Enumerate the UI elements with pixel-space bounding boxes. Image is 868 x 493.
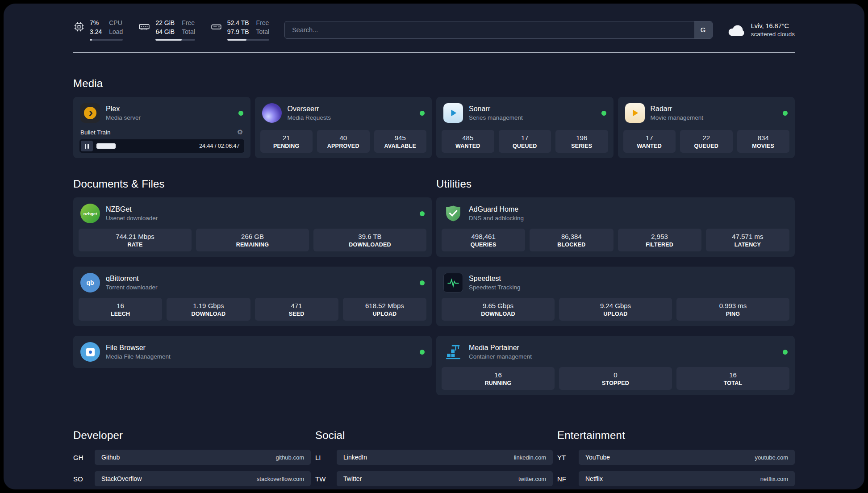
stat-label: PING xyxy=(678,311,788,317)
developer-bookmarks: Developer GH Github github.com SO StackO… xyxy=(73,429,311,489)
stat-label: MOVIES xyxy=(739,143,788,149)
gear-icon[interactable]: ⚙ xyxy=(237,128,243,136)
playback-progress-fill xyxy=(96,143,116,149)
stat-tile: 17 QUEUED xyxy=(499,130,551,153)
app-name: AdGuard Home xyxy=(469,205,524,213)
stat-value: 498,461 xyxy=(443,233,523,240)
bookmark-abbr: LI xyxy=(315,454,337,461)
stat-tile: 47.571 ms LATENCY xyxy=(706,229,789,251)
app-subtitle: Media File Management xyxy=(106,353,171,360)
bookmark-url: stackoverflow.com xyxy=(257,476,304,482)
portainer-app-link[interactable]: Media Portainer Container management xyxy=(436,336,795,367)
status-dot xyxy=(420,111,425,116)
app-subtitle: Torrent downloader xyxy=(106,284,158,291)
disk-total: 97.9 TB xyxy=(227,28,249,37)
status-dot xyxy=(601,111,606,116)
social-section-title: Social xyxy=(315,429,553,442)
stat-label: REMAINING xyxy=(198,242,307,248)
bookmark-abbr: NF xyxy=(557,475,579,483)
stat-value: 196 xyxy=(557,134,606,142)
app-name: Overseerr xyxy=(288,105,331,113)
speedtest-app-link[interactable]: Speedtest Speedtest Tracking xyxy=(436,267,795,298)
stat-value: 16 xyxy=(80,302,160,309)
developer-section-title: Developer xyxy=(73,429,311,442)
bookmark-link-github[interactable]: Github github.com xyxy=(95,450,311,465)
stat-tile: 498,461 QUERIES xyxy=(442,229,525,251)
bookmark-link-youtube[interactable]: YouTube youtube.com xyxy=(579,450,795,465)
bookmark-row: TW Twitter twitter.com xyxy=(315,471,553,486)
qbittorrent-icon-text: qb xyxy=(86,279,94,286)
stat-value: 16 xyxy=(443,371,553,379)
filebrowser-app-link[interactable]: File Browser Media File Management xyxy=(73,336,432,367)
disk-progress-bar xyxy=(227,39,269,41)
stat-label: DOWNLOAD xyxy=(443,311,553,317)
stat-tile: 9.24 Gbps UPLOAD xyxy=(559,298,672,321)
stat-value: 2,953 xyxy=(620,233,700,240)
stat-label: WANTED xyxy=(625,143,674,149)
stat-value: 266 GB xyxy=(198,233,307,240)
top-bar: 7% 3.24 CPU Load xyxy=(73,19,795,41)
media-section: Media Plex Media server xyxy=(73,77,795,158)
playback-strip: 24:44 / 02:06:47 xyxy=(79,139,244,153)
stat-value: 86,384 xyxy=(531,233,611,240)
ram-progress-bar xyxy=(155,39,195,41)
search-engine-button[interactable]: G xyxy=(694,21,712,38)
bookmark-link-netflix[interactable]: Netflix netflix.com xyxy=(579,471,795,486)
radarr-app-link[interactable]: Radarr Movie management xyxy=(618,97,795,128)
bookmark-link-twitter[interactable]: Twitter twitter.com xyxy=(337,471,553,486)
stat-tile: 0 STOPPED xyxy=(559,367,672,390)
qbittorrent-app-link[interactable]: qb qBittorrent Torrent downloader xyxy=(73,267,432,298)
stat-value: 834 xyxy=(739,134,788,142)
plex-app-link[interactable]: Plex Media server xyxy=(73,97,250,128)
bookmark-name: Netflix xyxy=(585,475,603,482)
bookmark-link-linkedin[interactable]: LinkedIn linkedin.com xyxy=(337,450,553,465)
bookmark-abbr: SO xyxy=(73,475,95,483)
playback-progress xyxy=(96,143,196,149)
overseerr-app-link[interactable]: Overseerr Media Requests xyxy=(255,97,432,128)
ram-free-label: Free xyxy=(182,19,195,28)
adguard-stats: 498,461 QUERIES 86,384 BLOCKED 2,953 FIL… xyxy=(436,229,795,257)
app-subtitle: Usenet downloader xyxy=(106,215,158,221)
stat-value: 9.24 Gbps xyxy=(561,302,670,309)
stat-value: 17 xyxy=(625,134,674,142)
media-section-title: Media xyxy=(73,77,795,90)
nzbget-stats: 744.21 Mbps RATE 266 GB REMAINING 39.6 T… xyxy=(73,229,432,257)
radarr-stats: 17 WANTED 22 QUEUED 834 MOVIES xyxy=(618,130,795,158)
stat-tile: 266 GB REMAINING xyxy=(196,229,309,251)
stat-tile: 22 QUEUED xyxy=(680,130,733,153)
weather-condition: scattered clouds xyxy=(751,31,795,38)
utilities-section: Utilities xyxy=(436,178,795,395)
app-subtitle: Media Requests xyxy=(288,114,331,121)
app-subtitle: Speedtest Tracking xyxy=(469,284,521,291)
adguard-app-link[interactable]: AdGuard Home DNS and adblocking xyxy=(436,197,795,229)
radarr-icon xyxy=(625,103,645,123)
qbittorrent-stats: 16 LEECH 1.19 Gbps DOWNLOAD 471 SEED 6 xyxy=(73,298,432,326)
app-name: File Browser xyxy=(106,344,171,352)
portainer-stats: 16 RUNNING 0 STOPPED 16 TOTAL xyxy=(436,367,795,395)
bookmark-link-stackoverflow[interactable]: StackOverflow stackoverflow.com xyxy=(95,471,311,486)
stat-tile: 0.993 ms PING xyxy=(676,298,789,321)
playback-time: 24:44 / 02:06:47 xyxy=(199,143,239,149)
sonarr-card: Sonarr Series management 485 WANTED 17 Q… xyxy=(436,97,613,158)
stat-value: 39.6 TB xyxy=(315,233,425,240)
sonarr-app-link[interactable]: Sonarr Series management xyxy=(436,97,613,128)
search-bar: G xyxy=(284,21,713,39)
cloud-icon xyxy=(728,23,746,37)
stat-value: 9.65 Gbps xyxy=(443,302,553,309)
search-input[interactable] xyxy=(284,21,713,39)
stat-tile: 945 AVAILABLE xyxy=(374,130,427,153)
pause-button[interactable] xyxy=(81,141,93,151)
overseerr-icon xyxy=(262,103,282,123)
app-subtitle: Container management xyxy=(469,353,532,360)
radarr-card: Radarr Movie management 17 WANTED 22 QUE… xyxy=(618,97,795,158)
bookmark-name: StackOverflow xyxy=(101,475,142,482)
bookmark-row: SO StackOverflow stackoverflow.com xyxy=(73,471,311,486)
filebrowser-card: File Browser Media File Management xyxy=(73,336,432,368)
header-divider xyxy=(73,52,795,53)
nzbget-app-link[interactable]: nzbget NZBGet Usenet downloader xyxy=(73,197,432,229)
stat-tile: 471 SEED xyxy=(255,298,338,321)
disk-icon xyxy=(210,21,222,33)
stat-tile: 2,953 FILTERED xyxy=(618,229,701,251)
stat-label: DOWNLOADED xyxy=(315,242,425,248)
bookmark-abbr: GH xyxy=(73,454,95,461)
